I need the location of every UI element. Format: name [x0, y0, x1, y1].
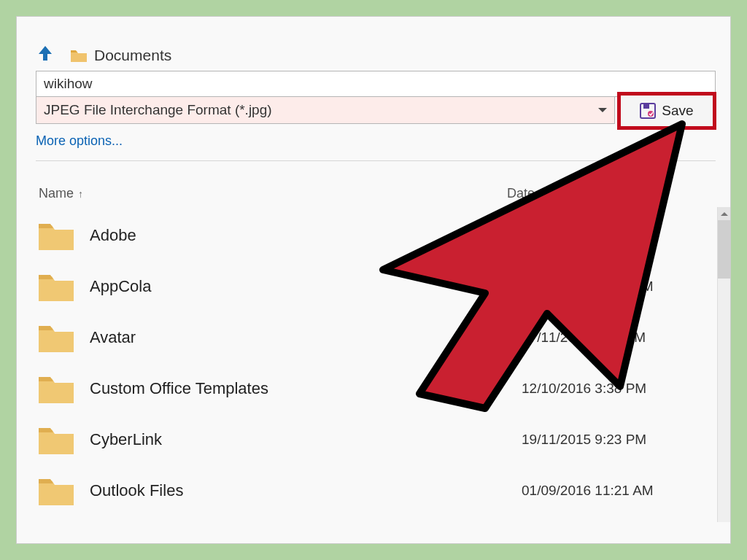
list-header: Name ↑ Date modified — [17, 161, 730, 207]
file-name: CyberLink — [90, 430, 522, 449]
folder-icon — [39, 221, 74, 250]
list-item[interactable]: Adobe 15/08/2016 3:49 PM — [39, 210, 711, 261]
scroll-up-icon[interactable] — [718, 207, 730, 220]
scrollbar[interactable] — [717, 207, 730, 522]
file-date: 15/08/2016 3:49 PM — [522, 228, 711, 244]
list-item[interactable]: Outlook Files 01/09/2016 11:21 AM — [39, 465, 711, 516]
file-format-selected: JPEG File Interchange Format (*.jpg) — [44, 102, 272, 118]
chevron-down-icon — [598, 108, 607, 112]
breadcrumb-location[interactable]: Documents — [94, 47, 171, 64]
folder-icon — [39, 323, 74, 352]
save-button[interactable]: Save — [618, 93, 716, 129]
file-name: Custom Office Templates — [90, 379, 522, 398]
breadcrumb: Documents — [36, 44, 716, 66]
file-name: Avatar — [90, 328, 522, 347]
list-item[interactable]: Avatar 17/11/2015 4:25 AM — [39, 312, 711, 363]
file-name: Adobe — [90, 226, 522, 245]
file-date: 17/11/2015 4:25 AM — [522, 330, 711, 346]
save-button-label: Save — [662, 103, 693, 119]
column-name-header[interactable]: Name ↑ — [39, 186, 507, 201]
dialog-top-area: Documents JPEG File Interchange Format (… — [17, 17, 730, 149]
file-date: 12/10/2016 3:38 PM — [522, 381, 711, 397]
list-item[interactable]: Custom Office Templates 12/10/2016 3:38 … — [39, 363, 711, 414]
file-name: Outlook Files — [90, 481, 522, 500]
save-icon — [640, 103, 656, 119]
svg-rect-1 — [643, 104, 649, 109]
file-date: 01/09/2016 11:21 AM — [522, 483, 711, 499]
save-dialog-window: Documents JPEG File Interchange Format (… — [16, 16, 731, 544]
folder-icon — [71, 49, 87, 62]
folder-icon — [39, 425, 74, 454]
file-date: 02/08/2016 10:23 AM — [522, 279, 711, 295]
column-date-header[interactable]: Date modified — [507, 186, 711, 201]
sort-ascending-icon: ↑ — [78, 188, 83, 200]
more-options-link[interactable]: More options... — [36, 133, 123, 149]
file-format-select[interactable]: JPEG File Interchange Format (*.jpg) — [36, 96, 615, 124]
folder-icon — [39, 374, 74, 403]
file-name: AppCola — [90, 277, 522, 296]
list-item[interactable]: AppCola 02/08/2016 10:23 AM — [39, 261, 711, 312]
folder-icon — [39, 476, 74, 505]
file-list: Adobe 15/08/2016 3:49 PM AppCola 02/08/2… — [17, 207, 730, 522]
folder-icon — [39, 272, 74, 301]
file-date: 19/11/2015 9:23 PM — [522, 432, 711, 448]
file-list-body: Adobe 15/08/2016 3:49 PM AppCola 02/08/2… — [17, 207, 730, 522]
scroll-thumb[interactable] — [718, 220, 730, 279]
list-item[interactable]: CyberLink 19/11/2015 9:23 PM — [39, 414, 711, 465]
up-arrow-icon[interactable] — [37, 44, 53, 66]
filename-input[interactable] — [36, 71, 716, 97]
